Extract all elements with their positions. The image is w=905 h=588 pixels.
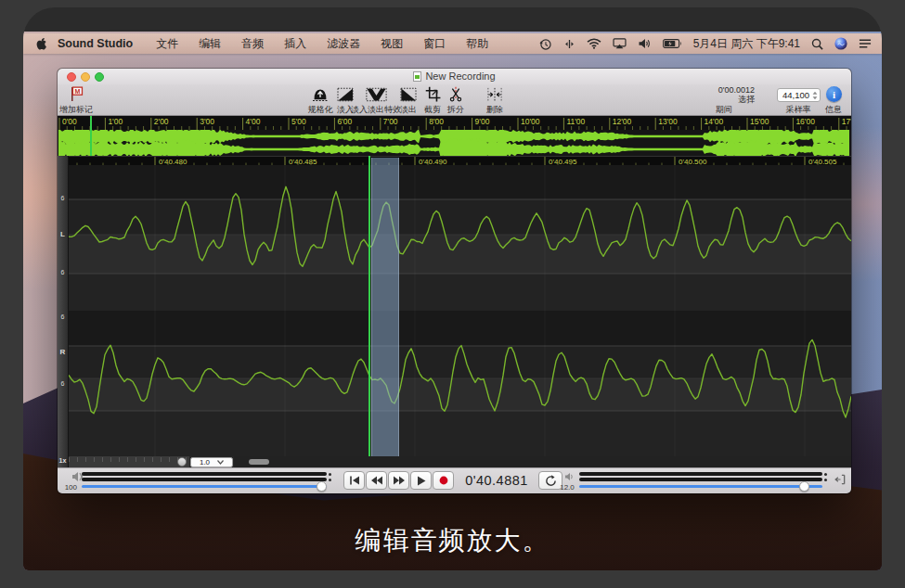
- wifi-icon[interactable]: [587, 38, 601, 49]
- sample-rate-select[interactable]: 44,100: [777, 88, 821, 102]
- overview-time-ruler[interactable]: 0'001'002'003'004'005'006'007'008'009'00…: [58, 116, 851, 130]
- sound-studio-window: New Recording M 增加标记 规格化淡入淡入淡出特效淡出截剪拆分删除…: [58, 69, 851, 493]
- fade-in-out-icon: [351, 84, 401, 102]
- menu-clock[interactable]: 5月4日 周六 下午9:41: [693, 36, 800, 52]
- selection-band[interactable]: [371, 158, 399, 456]
- menu-item-8[interactable]: 帮助: [456, 36, 498, 52]
- caption-text: 编辑音频放大。: [23, 523, 882, 558]
- sync-arrows-icon[interactable]: [563, 38, 575, 50]
- add-marker-label[interactable]: 增加标记: [56, 104, 97, 116]
- right-volume-thumb[interactable]: [799, 481, 809, 492]
- vertical-zoom-value: 1.0: [200, 458, 210, 467]
- toolbar-action-fade-out[interactable]: 淡出: [400, 84, 417, 116]
- document-proxy-icon: [413, 71, 421, 82]
- left-volume-thumb[interactable]: [317, 481, 327, 492]
- menu-bar: Sound Studio 文件编辑音频插入滤波器视图窗口帮助 5月4日 周六 下…: [23, 33, 882, 54]
- play-button[interactable]: [410, 471, 432, 490]
- toolbar-action-split[interactable]: 拆分: [447, 84, 464, 116]
- svg-text:8'00: 8'00: [429, 117, 444, 126]
- db-label: 6: [58, 380, 68, 387]
- menu-item-6[interactable]: 视图: [370, 36, 413, 52]
- menu-bar-status: 5月4日 周六 下午9:41: [538, 33, 872, 54]
- siri-icon[interactable]: [834, 37, 847, 50]
- zoom-slider[interactable]: [69, 456, 189, 467]
- right-volume-slider[interactable]: [579, 485, 822, 488]
- toolbar-action-normalize[interactable]: 规格化: [308, 84, 333, 116]
- menu-item-1[interactable]: 文件: [146, 36, 188, 52]
- fast-forward-button[interactable]: [388, 471, 409, 490]
- toolbar-action-label: 淡出: [400, 104, 417, 116]
- toolbar-action-fade-in-out[interactable]: 淡入淡出特效: [351, 84, 401, 116]
- menu-item-4[interactable]: 插入: [274, 36, 317, 52]
- normalize-icon: [308, 84, 333, 102]
- duration-label: 期间: [692, 104, 756, 116]
- sample-rate-value: 44,100: [782, 90, 809, 100]
- volume-icon[interactable]: [638, 38, 652, 49]
- svg-text:5'00: 5'00: [291, 117, 306, 126]
- notification-center-icon[interactable]: [859, 38, 872, 49]
- add-marker-icon[interactable]: M: [67, 85, 85, 102]
- duration-display: 0'00.0012 选择: [692, 85, 756, 104]
- svg-text:13'00: 13'00: [658, 117, 678, 126]
- left-volume-slider[interactable]: [82, 485, 327, 488]
- transport-buttons: [343, 471, 454, 490]
- channel-gutter[interactable]: 6L66R61x: [58, 156, 69, 467]
- punch-in-icon[interactable]: [834, 474, 847, 485]
- spotlight-icon[interactable]: [811, 38, 823, 50]
- overview-playhead[interactable]: [90, 116, 92, 156]
- horizontal-scrollbar[interactable]: [234, 456, 851, 467]
- window-title: New Recording: [58, 70, 851, 82]
- playhead-line[interactable]: [368, 156, 370, 456]
- svg-text:1'00: 1'00: [108, 117, 123, 126]
- menu-item-2[interactable]: 编辑: [188, 36, 231, 52]
- right-volume-value: 12.0: [557, 483, 577, 492]
- right-meter-2: [579, 478, 822, 481]
- output-speaker-icon[interactable]: [564, 472, 575, 481]
- toolbar-action-crop[interactable]: 截剪: [424, 84, 441, 116]
- vertical-zoom-select[interactable]: 1.0: [190, 457, 233, 467]
- menu-item-3[interactable]: 音频: [231, 36, 274, 52]
- mac-screen: Sound Studio 文件编辑音频插入滤波器视图窗口帮助 5月4日 周六 下…: [23, 7, 882, 570]
- svg-text:9'00: 9'00: [475, 117, 490, 126]
- record-button[interactable]: [433, 471, 454, 490]
- battery-icon[interactable]: [663, 39, 682, 48]
- duration-value: 0'00.0012: [692, 85, 755, 95]
- svg-text:7'00: 7'00: [383, 117, 398, 126]
- info-label: 信息: [811, 104, 856, 116]
- svg-text:14'00: 14'00: [705, 117, 724, 126]
- svg-text:M: M: [74, 88, 80, 96]
- window-title-bar[interactable]: New Recording: [58, 69, 851, 84]
- info-button[interactable]: i: [826, 86, 842, 102]
- airplay-icon[interactable]: [613, 38, 627, 49]
- apple-menu-icon[interactable]: [36, 37, 47, 50]
- toolbar-action-label: 拆分: [447, 104, 464, 116]
- stepper-arrows-icon[interactable]: [812, 91, 818, 100]
- toolbar-action-label: 删除: [486, 104, 503, 116]
- go-to-start-button[interactable]: [343, 471, 365, 490]
- left-meter-1: [82, 472, 327, 476]
- svg-text:11'00: 11'00: [566, 117, 585, 126]
- rewind-button[interactable]: [366, 471, 387, 490]
- waveform-editor[interactable]: [69, 165, 851, 456]
- svg-text:4'00: 4'00: [246, 117, 261, 126]
- scrollbar-thumb[interactable]: [249, 459, 269, 465]
- svg-text:15'00: 15'00: [750, 117, 769, 126]
- left-meter-2: [82, 478, 327, 481]
- toolbar-action-delete[interactable]: 删除: [486, 84, 503, 116]
- toolbar-action-label: 淡入淡出特效: [351, 104, 401, 116]
- split-icon: [447, 84, 464, 102]
- left-meter-dot-1: [329, 473, 331, 476]
- zoom-time-ruler[interactable]: 0'40.4800'40.4850'40.4900'40.4950'40.500…: [58, 156, 851, 165]
- time-machine-icon[interactable]: [538, 37, 552, 51]
- channel-label-r: R: [58, 348, 68, 356]
- menu-item-5[interactable]: 滤波器: [317, 36, 370, 52]
- duration-mode: 选择: [692, 95, 755, 104]
- svg-text:17'00: 17'00: [842, 117, 851, 126]
- app-menu-title[interactable]: Sound Studio: [58, 37, 133, 50]
- zoom-slider-thumb[interactable]: [177, 457, 187, 467]
- menu-item-7[interactable]: 窗口: [413, 36, 456, 52]
- chevron-down-icon: [217, 460, 224, 465]
- overview-waveform[interactable]: [58, 130, 851, 156]
- menu-items: 文件编辑音频插入滤波器视图窗口帮助: [146, 36, 498, 52]
- window-title-text: New Recording: [425, 70, 495, 82]
